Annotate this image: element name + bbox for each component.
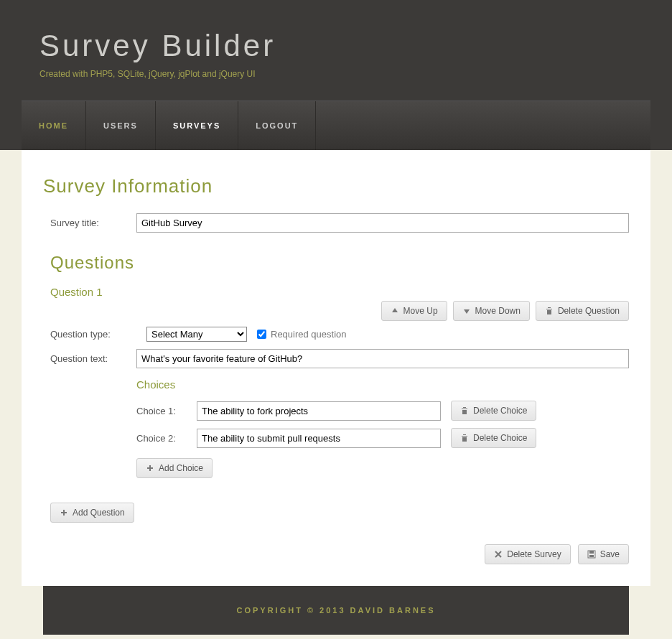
delete-question-label: Delete Question [558,306,620,316]
close-icon [494,550,503,559]
content-panel: Survey Information Survey title: Questio… [22,150,650,586]
choice-1-input[interactable] [197,401,441,421]
survey-info-heading: Survey Information [43,175,629,197]
delete-question-button[interactable]: Delete Question [536,301,629,321]
nav-home[interactable]: HOME [22,101,86,150]
bottom-actions: Delete Survey Save [43,544,629,564]
question-text-input[interactable] [136,349,629,368]
trash-icon [460,434,469,442]
question-type-label: Question type: [50,329,136,340]
move-up-button[interactable]: Move Up [381,301,447,321]
trash-icon [460,406,469,415]
nav-users[interactable]: USERS [86,101,156,150]
delete-survey-button[interactable]: Delete Survey [485,544,570,564]
delete-choice-1-button[interactable]: Delete Choice [451,401,536,421]
questions-heading: Questions [50,253,629,273]
choice-2-label: Choice 2: [136,433,187,444]
choices-heading: Choices [136,378,629,391]
survey-title-row: Survey title: [43,213,629,233]
question-text-row: Question text: [43,349,629,368]
header: Survey Builder Created with PHP5, SQLite… [0,0,672,150]
trash-icon [545,307,554,315]
move-up-label: Move Up [403,306,438,316]
save-label: Save [600,549,620,559]
delete-choice-label: Delete Choice [473,433,527,443]
delete-choice-2-button[interactable]: Delete Choice [451,428,536,448]
required-question-wrap[interactable]: Required question [257,329,347,340]
add-choice-button[interactable]: Add Choice [136,458,213,478]
choice-row-1: Choice 1: Delete Choice [136,401,629,421]
plus-icon [60,508,68,517]
required-question-label: Required question [271,329,347,340]
app-title: Survey Builder [39,29,672,63]
footer-text: COPYRIGHT © 2013 DAVID BARNES [43,606,629,615]
required-question-checkbox[interactable] [257,330,266,339]
disk-icon [587,550,596,559]
app-tagline: Created with PHP5, SQLite, jQuery, jqPlo… [39,69,672,79]
delete-choice-label: Delete Choice [473,406,527,416]
main-nav: HOME USERS SURVEYS LOGOUT [22,101,650,150]
add-choice-label: Add Choice [159,463,203,473]
svg-rect-2 [589,555,594,557]
choice-row-2: Choice 2: Delete Choice [136,428,629,448]
add-question-label: Add Question [73,508,125,518]
choices-block: Choices Choice 1: Delete Choice Choice 2… [43,378,629,478]
save-button[interactable]: Save [578,544,629,564]
question-1-heading: Question 1 [50,286,629,298]
choice-2-input[interactable] [197,429,441,448]
question-text-label: Question text: [50,353,136,364]
add-question-button[interactable]: Add Question [50,503,134,523]
plus-icon [146,464,154,472]
delete-survey-label: Delete Survey [507,549,561,559]
svg-rect-1 [589,551,594,554]
question-toolbar: Move Up Move Down Delete Question [43,301,629,321]
arrow-down-icon [462,307,471,315]
nav-logout[interactable]: LOGOUT [238,101,316,150]
survey-title-label: Survey title: [50,218,136,228]
footer: COPYRIGHT © 2013 DAVID BARNES [43,586,629,635]
survey-title-input[interactable] [136,213,629,233]
move-down-label: Move Down [475,306,521,316]
choice-1-label: Choice 1: [136,406,187,416]
question-type-row: Question type: Select Many Required ques… [43,327,629,342]
move-down-button[interactable]: Move Down [453,301,530,321]
arrow-up-icon [391,307,399,315]
nav-surveys[interactable]: SURVEYS [156,101,238,150]
question-type-select[interactable]: Select Many [146,327,247,342]
